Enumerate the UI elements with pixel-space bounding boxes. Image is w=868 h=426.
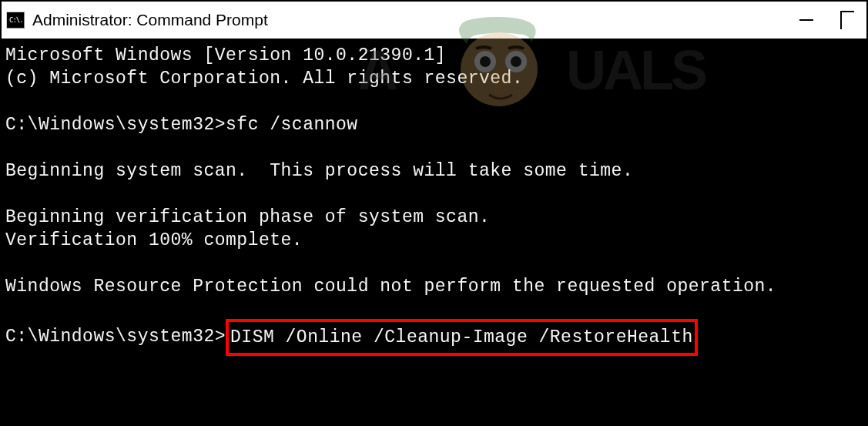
cmd-icon: C:\. <box>6 12 25 29</box>
command-text: sfc /scannow <box>226 115 358 135</box>
terminal-body[interactable]: Microsoft Windows [Version 10.0.21390.1]… <box>2 40 866 424</box>
terminal-line: Microsoft Windows [Version 10.0.21390.1] <box>5 45 446 65</box>
window-title: Administrator: Command Prompt <box>32 11 796 29</box>
minimize-button[interactable] <box>796 9 817 31</box>
prompt-path: C:\Windows\system32> <box>5 115 226 135</box>
command-prompt-window: C:\. Administrator: Command Prompt Micro… <box>0 0 868 426</box>
terminal-line: (c) Microsoft Corporation. All rights re… <box>5 69 523 89</box>
highlighted-command: DISM /Online /Cleanup-Image /RestoreHeal… <box>226 319 698 356</box>
titlebar[interactable]: C:\. Administrator: Command Prompt <box>2 2 866 40</box>
window-controls <box>796 9 862 31</box>
maximize-button[interactable] <box>840 11 854 29</box>
terminal-line: Verification 100% complete. <box>5 230 303 250</box>
prompt-path: C:\Windows\system32> <box>5 327 226 347</box>
terminal-line: Beginning system scan. This process will… <box>5 161 633 181</box>
terminal-line: Windows Resource Protection could not pe… <box>5 277 776 297</box>
terminal-line: Beginning verification phase of system s… <box>5 207 490 227</box>
command-text: DISM /Online /Cleanup-Image /RestoreHeal… <box>230 327 693 347</box>
